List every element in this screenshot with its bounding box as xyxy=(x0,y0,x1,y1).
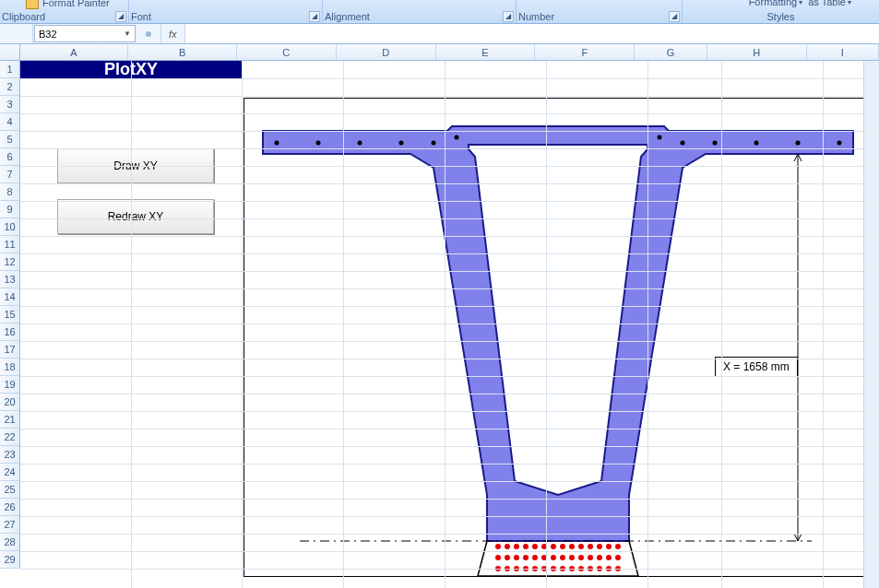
name-box[interactable]: B32 ▼ xyxy=(34,25,136,42)
formula-splitter[interactable] xyxy=(137,24,160,43)
row-header[interactable]: 5 xyxy=(0,131,20,148)
worksheet-grid[interactable]: ABCDEFGHI 123456789101112131415161718192… xyxy=(0,44,879,588)
svg-point-21 xyxy=(578,544,584,549)
row-header[interactable]: 27 xyxy=(0,516,20,534)
row-header[interactable]: 22 xyxy=(0,429,20,446)
group-label: Number xyxy=(518,11,554,22)
dialog-launcher-icon[interactable]: ◢ xyxy=(115,11,126,22)
formula-bar: B32 ▼ fx xyxy=(0,24,879,44)
row-header[interactable]: 25 xyxy=(0,481,20,499)
row-header[interactable]: 16 xyxy=(0,323,20,341)
svg-point-24 xyxy=(606,544,612,549)
column-header[interactable]: E xyxy=(436,44,536,60)
svg-point-9 xyxy=(754,141,759,146)
svg-point-20 xyxy=(569,544,575,549)
vertical-scrollbar[interactable]: ▲ xyxy=(863,44,879,588)
chevron-down-icon[interactable]: ▼ xyxy=(124,29,131,38)
row-header[interactable]: 8 xyxy=(0,183,20,201)
column-headers: ABCDEFGHI xyxy=(0,44,879,61)
embedded-chart[interactable]: X = 1658 mm xyxy=(244,98,871,577)
svg-point-13 xyxy=(505,544,510,549)
svg-point-8 xyxy=(713,141,718,146)
row-header[interactable]: 23 xyxy=(0,446,20,464)
row-header[interactable]: 15 xyxy=(0,306,20,323)
svg-point-37 xyxy=(597,555,602,560)
svg-point-27 xyxy=(505,555,510,560)
svg-point-29 xyxy=(523,555,529,560)
row-header[interactable]: 1 xyxy=(0,61,20,78)
row-header[interactable]: 19 xyxy=(0,376,20,394)
row-header[interactable]: 29 xyxy=(0,551,20,569)
group-label: Clipboard xyxy=(2,11,45,22)
formula-area: fx xyxy=(160,24,879,43)
redraw-xy-button[interactable]: Redraw XY xyxy=(57,199,214,234)
format-painter-label: Format Painter xyxy=(42,0,110,8)
svg-point-4 xyxy=(432,141,436,146)
column-header[interactable]: A xyxy=(20,44,129,60)
row-header[interactable]: 17 xyxy=(0,341,20,359)
row-header[interactable]: 7 xyxy=(0,166,20,183)
format-as-table-button[interactable]: as Table▾ xyxy=(808,0,851,7)
dimension-label: X = 1658 mm xyxy=(715,357,798,377)
svg-point-30 xyxy=(532,555,538,560)
svg-point-25 xyxy=(615,544,621,549)
cells-area[interactable]: PlotXY Draw XY Redraw XY xyxy=(20,61,879,588)
select-all-corner[interactable] xyxy=(0,44,20,60)
column-header[interactable]: F xyxy=(535,44,635,60)
svg-point-35 xyxy=(578,555,584,560)
row-header[interactable]: 21 xyxy=(0,411,20,429)
svg-point-1 xyxy=(316,141,321,146)
svg-point-3 xyxy=(399,141,404,146)
column-header[interactable]: I xyxy=(807,44,879,60)
dialog-launcher-icon[interactable]: ◢ xyxy=(669,11,680,22)
group-label: Alignment xyxy=(325,11,370,22)
row-header[interactable]: 3 xyxy=(0,96,20,113)
conditional-formatting-button[interactable]: Formatting▾ xyxy=(749,0,803,7)
column-header[interactable]: H xyxy=(707,44,807,60)
svg-point-38 xyxy=(606,555,612,560)
svg-point-2 xyxy=(358,141,362,146)
svg-point-23 xyxy=(597,544,602,549)
svg-point-22 xyxy=(588,544,593,549)
svg-point-14 xyxy=(514,544,519,549)
svg-point-34 xyxy=(569,555,575,560)
svg-point-11 xyxy=(837,141,842,146)
dialog-launcher-icon[interactable]: ◢ xyxy=(503,11,514,22)
formula-bar-spacer xyxy=(0,24,33,43)
row-header[interactable]: 24 xyxy=(0,464,20,481)
row-header[interactable]: 13 xyxy=(0,271,20,288)
column-header[interactable]: G xyxy=(635,44,707,60)
formula-input[interactable] xyxy=(185,24,879,43)
column-header[interactable]: D xyxy=(337,44,436,60)
row-header[interactable]: 11 xyxy=(0,236,20,253)
bottom-rebar-dots xyxy=(495,544,621,571)
row-header[interactable]: 9 xyxy=(0,201,20,218)
row-header[interactable]: 18 xyxy=(0,359,20,376)
svg-point-36 xyxy=(588,555,593,560)
dialog-launcher-icon[interactable]: ◢ xyxy=(309,11,320,22)
row-header[interactable]: 20 xyxy=(0,394,20,411)
format-painter-button[interactable]: Format Painter xyxy=(26,0,110,9)
row-header[interactable]: 12 xyxy=(0,253,20,271)
svg-point-28 xyxy=(514,555,519,560)
row-header[interactable]: 14 xyxy=(0,288,20,306)
row-header[interactable]: 10 xyxy=(0,218,20,236)
fx-icon[interactable]: fx xyxy=(161,24,185,43)
column-header[interactable]: B xyxy=(128,44,237,60)
svg-point-5 xyxy=(455,135,459,140)
section-soffit-outline xyxy=(478,541,638,576)
ribbon-group-number: Number◢ xyxy=(517,0,683,23)
row-header[interactable]: 2 xyxy=(0,78,20,96)
dimension-text: X = 1658 mm xyxy=(723,360,790,373)
row-header[interactable]: 6 xyxy=(0,148,20,166)
row-headers: 1234567891011121314151617181920212223242… xyxy=(0,61,20,569)
styles-commands: Formatting▾ as Table▾ xyxy=(749,0,851,7)
section-polygon xyxy=(263,126,853,541)
row-header[interactable]: 28 xyxy=(0,534,20,551)
section-drawing xyxy=(244,99,872,578)
row-header[interactable]: 4 xyxy=(0,113,20,131)
row-header[interactable]: 26 xyxy=(0,499,20,516)
dimension-x xyxy=(794,154,802,541)
ribbon: Format Painter Formatting▾ as Table▾ Cli… xyxy=(0,0,879,24)
column-header[interactable]: C xyxy=(237,44,337,60)
